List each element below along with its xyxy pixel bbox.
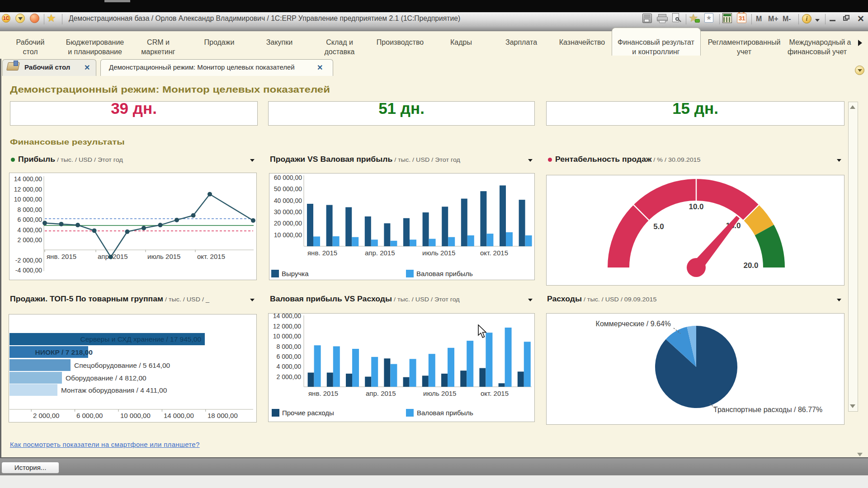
svg-text:6 000,00: 6 000,00	[18, 216, 42, 223]
svg-text:18 000,00: 18 000,00	[208, 412, 238, 419]
svg-text:10 000,00: 10 000,00	[14, 196, 42, 203]
svg-text:12 000,00: 12 000,00	[273, 323, 301, 330]
svg-text:июль 2015: июль 2015	[423, 389, 456, 397]
svg-text:2 000,00: 2 000,00	[33, 412, 59, 419]
svg-text:50 000,00: 50 000,00	[274, 185, 302, 192]
svg-text:янв. 2015: янв. 2015	[47, 253, 76, 260]
svg-text:апр. 2015: апр. 2015	[365, 249, 395, 257]
svg-text:20 000,00: 20 000,00	[274, 220, 302, 227]
svg-text:60 000,00: 60 000,00	[274, 174, 302, 181]
svg-text:Спецоборудование / 5 614,00: Спецоборудование / 5 614,00	[74, 361, 170, 369]
svg-text:Коммерческие / 9.64%: Коммерческие / 9.64%	[596, 320, 671, 328]
svg-text:30 000,00: 30 000,00	[274, 208, 302, 216]
svg-text:14 000,00: 14 000,00	[14, 175, 42, 183]
svg-text:окт. 2015: окт. 2015	[480, 249, 508, 257]
svg-text:окт. 2015: окт. 2015	[197, 253, 225, 260]
svg-text:6 000,00: 6 000,00	[277, 353, 302, 360]
svg-text:10 000,00: 10 000,00	[274, 231, 302, 239]
svg-text:20.0: 20.0	[743, 261, 758, 270]
svg-text:Монтаж оборудования / 4 411,00: Монтаж оборудования / 4 411,00	[61, 386, 167, 394]
svg-text:апр. 2015: апр. 2015	[366, 389, 396, 397]
svg-text:НИОКР / 7 218,00: НИОКР / 7 218,00	[35, 348, 93, 356]
svg-text:Валовая прибыль: Валовая прибыль	[416, 270, 473, 277]
svg-text:окт. 2015: окт. 2015	[481, 389, 509, 397]
svg-text:40 000,00: 40 000,00	[274, 197, 302, 204]
svg-text:-4 000,00: -4 000,00	[15, 267, 42, 274]
svg-text:-2 000,00: -2 000,00	[15, 257, 42, 264]
svg-text:10.0: 10.0	[689, 202, 703, 211]
svg-text:Транспортные расходы / 86.77%: Транспортные расходы / 86.77%	[713, 406, 822, 413]
svg-text:4 000,00: 4 000,00	[18, 226, 42, 234]
svg-text:2 000,00: 2 000,00	[277, 373, 302, 380]
svg-text:янв. 2015: янв. 2015	[307, 249, 337, 257]
svg-text:10 000,00: 10 000,00	[273, 333, 301, 340]
svg-text:8 000,00: 8 000,00	[18, 206, 42, 213]
svg-text:янв. 2015: янв. 2015	[308, 389, 338, 397]
svg-text:12 000,00: 12 000,00	[14, 186, 42, 193]
svg-text:6 000,00: 6 000,00	[76, 412, 103, 419]
svg-text:июль 2015: июль 2015	[147, 253, 180, 260]
svg-text:14 000,00: 14 000,00	[164, 412, 194, 419]
svg-text:Оборудование / 4 812,00: Оборудование / 4 812,00	[66, 374, 146, 382]
svg-text:14 000,00: 14 000,00	[273, 313, 301, 319]
svg-text:2 000,00: 2 000,00	[18, 236, 42, 244]
svg-text:4 000,00: 4 000,00	[277, 363, 302, 370]
svg-text:Выручка: Выручка	[282, 270, 309, 277]
svg-text:8 000,00: 8 000,00	[277, 343, 302, 350]
svg-text:5.0: 5.0	[653, 222, 664, 231]
svg-text:Серверы и СХД хранение / 17 94: Серверы и СХД хранение / 17 945,00	[80, 335, 202, 343]
svg-text:10 000,00: 10 000,00	[120, 412, 151, 419]
svg-text:июль 2015: июль 2015	[422, 249, 455, 257]
svg-text:Валовая прибыль: Валовая прибыль	[417, 409, 473, 417]
svg-text:Прочие расходы: Прочие расходы	[282, 409, 334, 417]
